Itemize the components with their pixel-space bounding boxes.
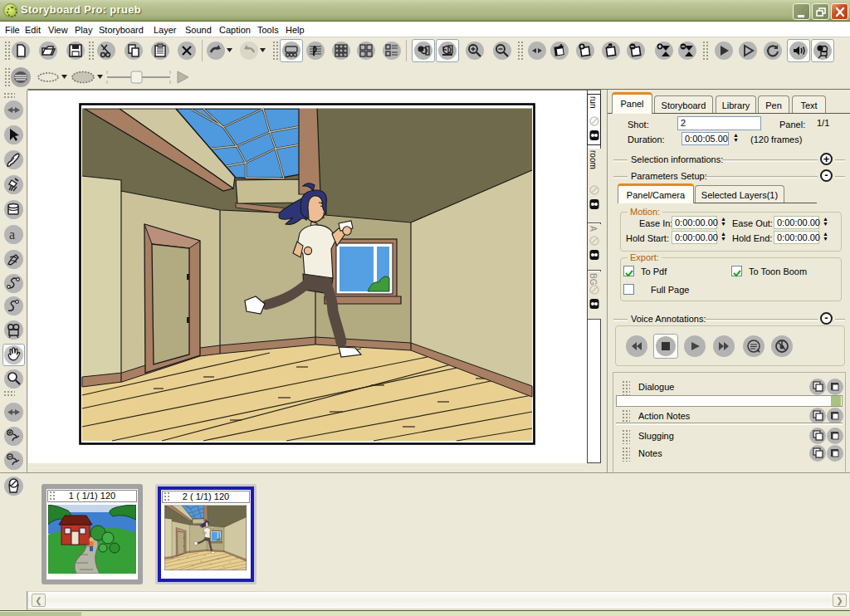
svg-text:a: a (9, 227, 15, 242)
